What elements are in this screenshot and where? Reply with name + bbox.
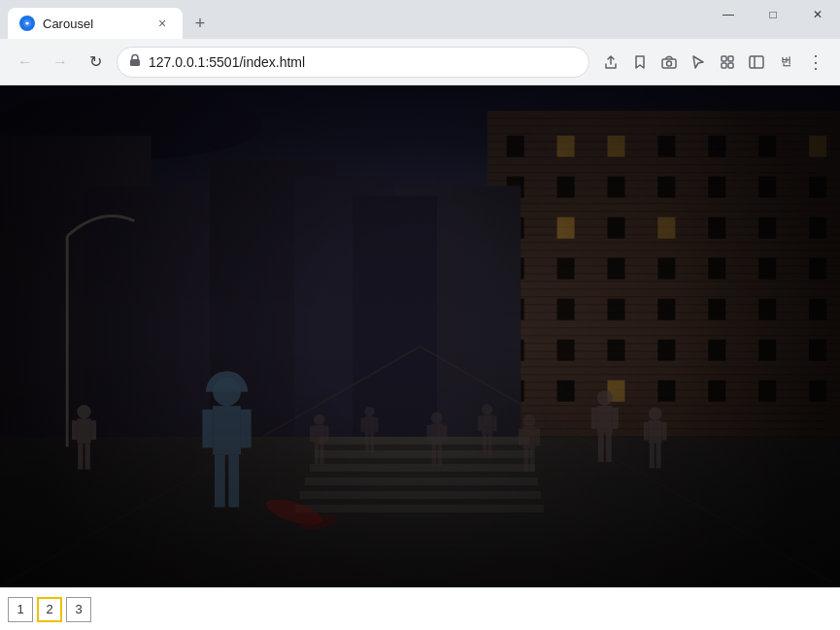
title-bar: Carousel × + — □ ✕ — [0, 0, 840, 39]
svg-rect-8 — [750, 56, 763, 68]
extensions-icon[interactable] — [714, 49, 741, 76]
translate-icon[interactable]: 번 — [772, 49, 799, 76]
tab-strip: Carousel × + — [0, 0, 214, 39]
cursor-icon[interactable] — [685, 49, 712, 76]
share-icon[interactable] — [597, 49, 624, 76]
reload-button[interactable]: ↻ — [82, 49, 109, 76]
toolbar-icons: 번 ⋮ — [597, 49, 828, 76]
maximize-button[interactable]: □ — [751, 0, 795, 29]
back-button[interactable]: ← — [12, 49, 39, 76]
indicator-3[interactable]: 3 — [66, 597, 91, 622]
svg-rect-6 — [722, 63, 726, 68]
address-input-wrapper[interactable]: 127.0.0.1:5501/index.html — [117, 47, 589, 78]
forward-button[interactable]: → — [47, 49, 74, 76]
browser-window: Carousel × + — □ ✕ ← → ↻ 127.0.0.1:5501/… — [0, 0, 840, 630]
tab-title: Carousel — [43, 17, 146, 31]
close-button[interactable]: ✕ — [795, 0, 840, 29]
address-bar: ← → ↻ 127.0.0.1:5501/index.html — [0, 39, 840, 85]
active-tab[interactable]: Carousel × — [8, 8, 183, 39]
camera-icon[interactable] — [655, 49, 683, 76]
tab-close-button[interactable]: × — [153, 15, 171, 32]
lock-icon — [129, 53, 141, 70]
main-content: 1 2 3 — [0, 85, 840, 630]
svg-rect-4 — [722, 56, 726, 61]
svg-rect-5 — [728, 56, 733, 61]
carousel-indicators: 1 2 3 — [0, 587, 840, 630]
tab-favicon — [19, 16, 35, 31]
svg-point-3 — [667, 61, 672, 66]
bookmark-icon[interactable] — [626, 49, 654, 76]
carousel-container — [0, 85, 840, 587]
new-tab-button[interactable]: + — [186, 10, 214, 37]
svg-rect-7 — [728, 63, 733, 68]
indicator-1[interactable]: 1 — [8, 597, 33, 622]
sidebar-icon[interactable] — [743, 49, 770, 76]
svg-rect-1 — [130, 59, 140, 66]
menu-icon[interactable]: ⋮ — [801, 49, 828, 76]
indicator-2[interactable]: 2 — [37, 597, 62, 622]
window-controls: — □ ✕ — [706, 0, 840, 29]
carousel-image — [0, 85, 840, 587]
url-text: 127.0.0.1:5501/index.html — [149, 54, 577, 70]
minimize-button[interactable]: — — [706, 0, 751, 29]
